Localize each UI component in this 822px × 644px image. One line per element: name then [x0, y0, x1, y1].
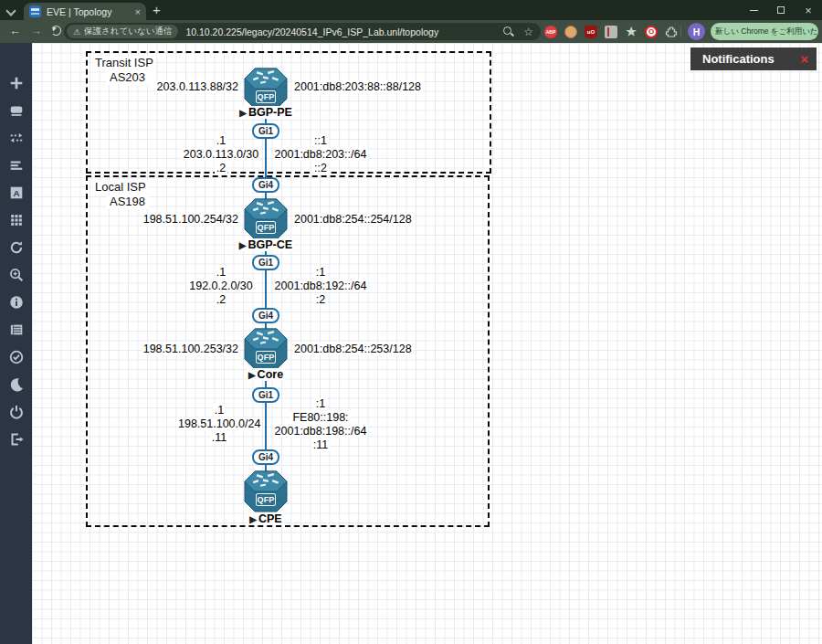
maximize-icon	[777, 6, 785, 14]
adblock-extension-icon[interactable]: ABP	[544, 26, 557, 38]
window-maximize-button[interactable]	[767, 0, 795, 20]
qfp-chip-label: QFP	[256, 351, 276, 364]
sidebar-logout-button[interactable]	[0, 426, 32, 453]
notifications-close-icon[interactable]: ×	[800, 51, 808, 67]
update-pill-label: 新しい Chrome をご利用いただけます	[715, 26, 818, 37]
tab-favicon-icon	[29, 5, 41, 17]
interface-label-gi4: Gi4	[252, 449, 279, 465]
star-extension-icon[interactable]: ★	[625, 26, 638, 38]
node-name-bgp-pe: ▶BGP-PE	[193, 106, 339, 119]
sidebar-zoom-button[interactable]	[0, 261, 32, 289]
new-tab-button[interactable]: +	[153, 2, 161, 17]
page-zoom-icon[interactable]	[503, 26, 514, 37]
extensions-puzzle-icon[interactable]	[665, 26, 678, 38]
node-running-icon: ▶	[239, 108, 247, 118]
link2-v4-labels: .1 192.0.2.0/30 .2	[180, 266, 262, 307]
close-icon: ×	[805, 4, 812, 17]
reload-button[interactable]	[51, 26, 61, 36]
tab-title: EVE | Topology	[47, 6, 132, 17]
zone-local-label: Local ISP AS198	[93, 180, 149, 209]
sidebar-shapes-button[interactable]	[0, 152, 32, 179]
notifications-panel: Notifications ×	[690, 48, 817, 70]
bgp-ce-ipv4-label: 198.51.100.254/32	[68, 213, 240, 227]
sidebar-lab-details-button[interactable]	[0, 316, 32, 343]
toolbar-separator	[680, 26, 681, 37]
window-controls: ×	[740, 0, 822, 20]
tab-search-chevron-icon[interactable]	[7, 7, 15, 15]
notifications-title: Notifications	[702, 52, 800, 66]
link3-v6-labels: :1 FE80::198: 2001:db8:198::/64 :11	[268, 397, 374, 452]
sidebar-dark-mode-button[interactable]	[0, 371, 32, 398]
o-extension-icon[interactable]: O	[645, 26, 658, 38]
bgp-ce-ipv6-label: 2001:db8:254::254/128	[292, 213, 448, 227]
link3-v4-labels: .1 198.51.100.0/24 .11	[176, 404, 262, 445]
link1-v6-labels: ::1 2001:db8:203::/64 ::2	[269, 134, 372, 175]
bgp-pe-ipv4-label: 203.0.113.88/32	[68, 80, 240, 94]
node-bgp-ce[interactable]: QFP	[244, 197, 288, 243]
profile-avatar[interactable]: H	[688, 23, 705, 40]
window-close-button[interactable]: ×	[795, 0, 822, 20]
interface-label-gi1: Gi1	[252, 255, 279, 270]
topology-canvas[interactable]: Transit ISP AS203 Local ISP AS198 .1 203…	[32, 43, 822, 644]
node-running-icon: ▶	[239, 240, 247, 250]
warning-icon: ⚠	[73, 27, 80, 37]
browser-toolbar: ← → ⚠ 保護されていない通信 10.10.20.225/legacy/202…	[0, 20, 822, 43]
sidebar-more-actions-button[interactable]	[0, 206, 32, 234]
interface-label-gi1: Gi1	[252, 387, 279, 403]
sidebar-shutdown-button[interactable]	[0, 398, 32, 426]
qfp-chip-label: QFP	[256, 221, 276, 234]
interface-label-gi1: Gi1	[252, 123, 279, 139]
node-running-icon: ▶	[249, 514, 257, 524]
bgp-pe-ipv6-label: 2001:db8:203:88::88/128	[292, 80, 448, 94]
interface-label-gi4: Gi4	[252, 177, 279, 193]
extensions-row: ABP uO ★ O	[544, 23, 678, 40]
chrome-update-menu-button[interactable]: 新しい Chrome をご利用いただけます ⋮	[711, 23, 818, 40]
core-ipv6-label: 2001:db8:254::253/128	[292, 343, 448, 356]
node-running-icon: ▶	[248, 370, 256, 380]
back-button[interactable]: ←	[9, 24, 21, 37]
url-bar[interactable]: ⚠ 保護されていない通信 10.10.20.225/legacy/2024051…	[64, 23, 541, 40]
interface-label-gi4: Gi4	[252, 308, 279, 323]
tab-close-icon[interactable]: ×	[135, 6, 141, 17]
screen: EVE | Topology × + × ← → ⚠ 保護されていない通信 10…	[0, 0, 822, 644]
core-ipv4-label: 198.51.100.253/32	[68, 343, 240, 356]
bookmark-star-icon[interactable]: ☆	[523, 26, 533, 38]
sidebar-networks-button[interactable]	[0, 124, 32, 152]
node-name-bgp-ce: ▶BGP-CE	[193, 238, 339, 251]
minimize-icon	[750, 10, 758, 11]
sidebar-text-button[interactable]: A	[0, 179, 32, 206]
node-name-core: ▶Core	[193, 368, 339, 381]
books-extension-icon[interactable]	[605, 26, 617, 38]
sidebar-nodes-button[interactable]	[0, 97, 32, 124]
sidebar-status-button[interactable]	[0, 289, 32, 316]
node-core[interactable]: QFP	[244, 327, 288, 373]
eve-sidebar: A	[0, 43, 32, 644]
node-name-cpe: ▶CPE	[193, 512, 339, 525]
browser-tab[interactable]: EVE | Topology ×	[24, 3, 146, 20]
window-minimize-button[interactable]	[740, 0, 767, 20]
forward-button[interactable]: →	[30, 24, 42, 37]
security-chip[interactable]: ⚠ 保護されていない通信	[67, 25, 178, 38]
sidebar-add-object-button[interactable]	[0, 69, 32, 97]
node-cpe[interactable]: QFP	[244, 470, 288, 515]
monkey-extension-icon[interactable]	[564, 26, 577, 38]
ublock-extension-icon[interactable]: uO	[585, 26, 597, 38]
url-text[interactable]: 10.10.20.225/legacy/20240514_IPv6_ISP_La…	[185, 26, 503, 37]
link1-v4-labels: .1 203.0.113.0/30 .2	[180, 134, 262, 175]
sidebar-configured-button[interactable]	[0, 343, 32, 371]
topology-link-line	[265, 89, 267, 481]
security-chip-label: 保護されていない通信	[84, 26, 172, 37]
qfp-chip-label: QFP	[256, 90, 276, 103]
link2-v6-labels: :1 2001:db8:192::/64 :2	[269, 266, 372, 307]
browser-titlebar: EVE | Topology × + ×	[0, 0, 822, 20]
sidebar-refresh-button[interactable]	[0, 234, 32, 261]
qfp-chip-label: QFP	[256, 493, 276, 506]
svg-text:A: A	[13, 188, 19, 198]
